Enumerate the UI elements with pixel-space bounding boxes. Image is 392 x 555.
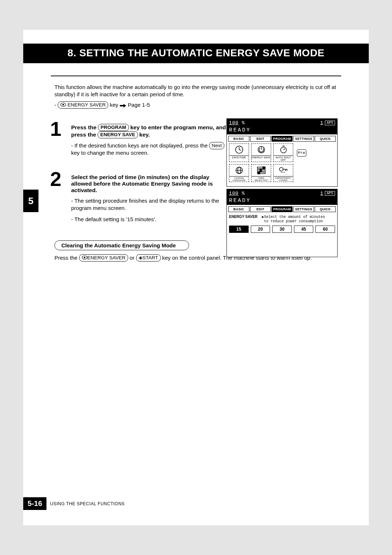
energy-icon-2 xyxy=(82,255,87,259)
clear-t1: Press the xyxy=(54,255,79,261)
step-2-text: Select the period of time (in minutes) o… xyxy=(71,174,227,223)
svg-point-20 xyxy=(279,167,283,171)
program-key: PROGRAM xyxy=(98,124,129,131)
zoom-pct: 100 xyxy=(229,120,238,126)
diamond-icon: ◈ xyxy=(139,255,143,260)
lcd-screenshot-2: 100 % 1 APS READY BASIC EDIT PROGRAM SET… xyxy=(226,189,338,257)
step1-sub-b: key to change the menu screen. xyxy=(71,150,148,156)
step-1-number: 1 xyxy=(50,119,61,139)
pct-symbol: % xyxy=(242,120,245,126)
svg-point-1 xyxy=(62,104,64,105)
copies-count: 1 xyxy=(320,120,323,126)
svg-rect-18 xyxy=(260,169,262,171)
clearing-heading: Clearing the Automatic Energy Saving Mod… xyxy=(54,240,189,250)
intro-key-line: - ENERGY SAVER key Page 1-5 xyxy=(54,101,338,109)
tab-program-2[interactable]: PROGRAM xyxy=(271,206,293,212)
pre-button[interactable]: Pre xyxy=(297,149,306,157)
lcd1-statusbar: 100 % 1 APS xyxy=(227,119,337,127)
clear-t2: or xyxy=(128,255,136,261)
svg-point-26 xyxy=(83,257,85,258)
energy-saver-key-2-label: ENERGY SAVER xyxy=(87,255,126,260)
copies-count-2: 1 xyxy=(320,191,323,196)
next-key: Next xyxy=(209,142,224,149)
start-key: ◈START xyxy=(136,254,161,262)
date-time-button[interactable]: DATE/TIME xyxy=(229,143,249,162)
step1-sub: - If the desired function keys are not d… xyxy=(71,142,227,157)
tab-quick[interactable]: QUICK xyxy=(315,136,336,142)
lcd2-body: ENERGY SAVER ▶Select the amount of minut… xyxy=(227,213,337,234)
energy-saver-title: ENERGY SAVER xyxy=(229,215,258,219)
energy-saver-key: ENERGY SAVER xyxy=(58,101,108,109)
option-15[interactable]: 15 xyxy=(229,226,249,233)
timer-icon xyxy=(274,145,293,155)
tab-program[interactable]: PROGRAM xyxy=(271,136,293,142)
tab-quick-2[interactable]: QUICK xyxy=(315,206,336,212)
tab-settings-2[interactable]: SETTINGS xyxy=(293,206,314,212)
lcd1-tabs: BASIC EDIT PROGRAM SETTINGS QUICK xyxy=(227,134,337,143)
step2-sub1: - The setting procedure finishes and the… xyxy=(71,197,227,212)
step1-part1: Press the xyxy=(71,124,98,130)
step-1-text: Press the PROGRAM key to enter the progr… xyxy=(71,124,227,157)
page-number: 5-16 xyxy=(23,497,46,510)
chapter-thumb-tab: 5 xyxy=(23,190,38,212)
start-key-label: START xyxy=(143,255,158,260)
auto-shutoff-button[interactable]: AUTO SHUT OFF xyxy=(273,143,293,162)
energy-saver-key-2: ENERGY SAVER xyxy=(79,254,128,262)
lcd2-ready: READY xyxy=(227,197,337,205)
energy-saver-label: ENERGY SAVER xyxy=(68,102,106,108)
lcd1-row1: DATE/TIME ENERGY SAVE AUTO SHUT OFF Pre xyxy=(227,143,337,163)
auto-shutoff-label: AUTO SHUT OFF xyxy=(274,155,293,161)
title-rule xyxy=(51,76,341,76)
chapter-name: USING THE SPECIAL FUNCTIONS xyxy=(50,501,125,506)
energy-save-key: ENERGY SAVE xyxy=(98,131,138,138)
step-2-number: 2 xyxy=(50,169,61,189)
tab-basic[interactable]: BASIC xyxy=(228,136,249,142)
step1-sub-a: - If the desired function keys are not d… xyxy=(71,142,209,149)
tab-basic-2[interactable]: BASIC xyxy=(228,206,249,212)
option-30[interactable]: 30 xyxy=(272,226,292,233)
svg-line-9 xyxy=(283,149,285,150)
tab-edit[interactable]: EDIT xyxy=(250,136,271,142)
aps-indicator-2: APS xyxy=(325,191,335,196)
energy-save-button[interactable]: ENERGY SAVE xyxy=(251,143,271,162)
step1-part3: key. xyxy=(138,131,150,138)
minute-options: 15 20 30 45 60 xyxy=(229,226,335,233)
step2-bold: Select the period of time (in minutes) o… xyxy=(71,174,213,193)
lcd2-prompt2: to reduce power consumption xyxy=(262,219,323,223)
intro-dash: - xyxy=(54,102,58,108)
energy-icon xyxy=(60,102,66,106)
energy-save-label: ENERGY SAVE xyxy=(252,155,271,159)
aps-indicator: APS xyxy=(325,121,335,125)
intro-paragraph: This function allows the machine automat… xyxy=(54,84,338,98)
key-word: key xyxy=(110,102,120,108)
step2-sub2: - The default setting is '15 minutes'. xyxy=(71,216,227,223)
option-60[interactable]: 60 xyxy=(315,226,335,233)
zoom-pct-2: 100 xyxy=(229,191,238,196)
svg-marker-2 xyxy=(120,104,126,108)
lcd1-ready: READY xyxy=(227,127,337,134)
svg-rect-17 xyxy=(263,167,265,169)
page-title: 8. SETTING THE AUTOMATIC ENERGY SAVE MOD… xyxy=(23,44,369,63)
page-footer: 5-16 USING THE SPECIAL FUNCTIONS xyxy=(23,497,125,510)
option-45[interactable]: 45 xyxy=(294,226,314,233)
lcd2-tabs: BASIC EDIT PROGRAM SETTINGS QUICK xyxy=(227,205,337,213)
lcd2-prompt1: ▶Select the amount of minutes xyxy=(262,215,325,219)
pct-symbol-2: % xyxy=(242,191,245,196)
lcd2-statusbar: 100 % 1 APS xyxy=(227,189,337,197)
manual-page: 8. SETTING THE AUTOMATIC ENERGY SAVE MOD… xyxy=(23,30,369,525)
tab-edit-2[interactable]: EDIT xyxy=(250,206,271,212)
date-time-label: DATE/TIME xyxy=(229,155,249,159)
arrow-right-icon xyxy=(120,102,126,109)
clock-icon xyxy=(229,145,249,155)
tab-settings[interactable]: SETTINGS xyxy=(293,136,314,142)
power-icon xyxy=(252,145,271,155)
page-ref: Page 1-5 xyxy=(128,102,150,108)
option-20[interactable]: 20 xyxy=(251,226,270,233)
svg-line-5 xyxy=(239,150,241,150)
